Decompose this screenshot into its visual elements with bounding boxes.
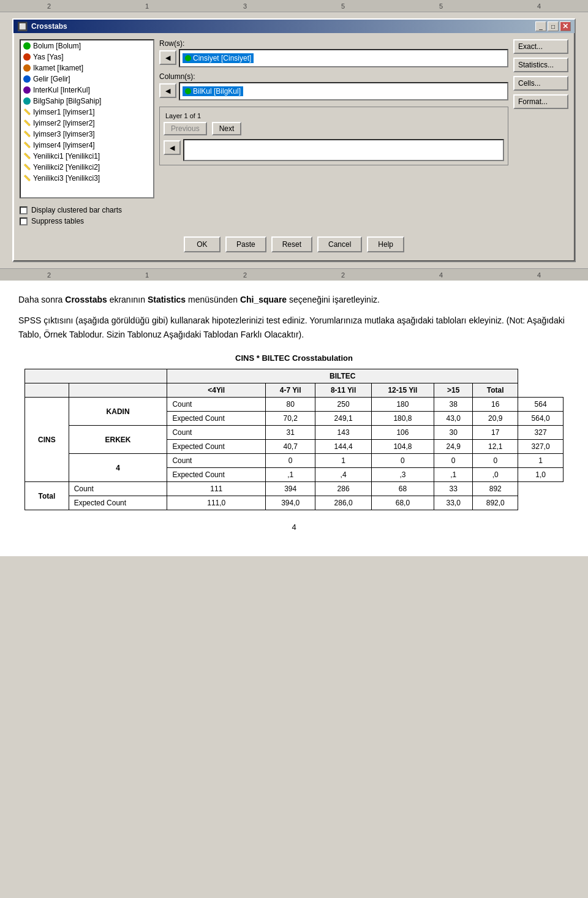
rows-arrow-button[interactable]: ◀ [159, 50, 176, 65]
erkek-exp-1: 40,7 [266, 440, 315, 454]
header-col-4: 12-15 Yil [371, 383, 434, 398]
ruler-mark-5: 5 [439, 2, 443, 10]
dialog-area: 🔲 Crosstabs _ □ ✕ Bolum [Bolum]Yas [Yas]… [0, 12, 588, 268]
var-item-12[interactable]: 📏Yenilikci3 [Yenilikci3] [21, 173, 153, 184]
paragraph-2: SPSS çıktısını (aşağıda görüldüğü gibi) … [18, 314, 570, 341]
ruler-mark-1: 2 [47, 2, 51, 10]
kadin-exp-1: 70,2 [266, 412, 315, 426]
header-empty1 [25, 383, 69, 398]
dialog-main: Bolum [Bolum]Yas [Yas]Ikamet [Ikamet]Gel… [20, 39, 568, 198]
statistics-button[interactable]: Statistics... [513, 58, 568, 72]
total-label: Total [25, 482, 69, 510]
var-item-8[interactable]: 📏Iyimser3 [Iyimser3] [21, 129, 153, 140]
layer-arrow-button[interactable]: ◀ [164, 140, 181, 155]
total-exp-5: 33,0 [434, 496, 472, 510]
table-section: CINS * BILTEC Crosstabulation BILTEC <4Y… [18, 353, 570, 510]
rows-input[interactable]: Cinsiyet [Cinsiyet] [179, 49, 508, 67]
var-item-10[interactable]: 📏Yenilikci1 [Yenilikci1] [21, 151, 153, 162]
four-count-3: 0 [371, 454, 434, 468]
ruler-bottom-mark-4: 2 [341, 271, 345, 279]
var-icon-ruler: 📏 [23, 141, 31, 149]
total-exp-1: 111,0 [167, 496, 266, 510]
var-item-label: BilgSahip [BilgSahip] [33, 97, 101, 105]
four-count-label: Count [167, 454, 266, 468]
title-bar: 🔲 Crosstabs _ □ ✕ [13, 20, 575, 33]
app-icon: 🔲 [17, 21, 28, 31]
crosstabs-dialog: 🔲 Crosstabs _ □ ✕ Bolum [Bolum]Yas [Yas]… [12, 18, 576, 262]
display-clustered-label: Display clustered bar charts [31, 206, 122, 214]
exact-button[interactable]: Exact... [513, 39, 568, 54]
ruler-top: 2 1 3 5 5 4 [0, 0, 588, 12]
empty-header [25, 369, 167, 383]
total-exp-2: 394,0 [266, 496, 315, 510]
columns-input[interactable]: BilKul [BilgKul] [179, 82, 508, 100]
total-exp-3: 286,0 [315, 496, 372, 510]
var-item-9[interactable]: 📏Iyimser4 [Iyimser4] [21, 140, 153, 151]
window-body: Bolum [Bolum]Yas [Yas]Ikamet [Ikamet]Gel… [13, 33, 575, 261]
var-icon-ruler: 📏 [23, 164, 31, 171]
total-exp-total: 892,0 [473, 496, 518, 510]
ruler-mark-3: 3 [243, 2, 247, 10]
paste-button[interactable]: Paste [225, 236, 266, 252]
var-item-label: Bolum [Bolum] [33, 42, 81, 50]
var-item-4[interactable]: InterKul [InterKul] [21, 85, 153, 96]
cancel-button[interactable]: Cancel [317, 236, 362, 252]
var-icon-circle [23, 42, 31, 50]
dialog-right-buttons: Exact... Statistics... Cells... Format..… [513, 39, 568, 198]
cells-button[interactable]: Cells... [513, 76, 568, 91]
var-item-1[interactable]: Yas [Yas] [21, 51, 153, 62]
format-button[interactable]: Format... [513, 94, 568, 109]
rows-selected-item: Cinsiyet [Cinsiyet] [183, 53, 254, 63]
header-col-1: <4Yil [167, 383, 266, 398]
bold-crosstabs: Crosstabs [65, 295, 107, 304]
header-col-2: 4-7 Yil [266, 383, 315, 398]
erkek-count-5: 17 [473, 426, 518, 440]
kadin-exp-3: 180,8 [371, 412, 434, 426]
var-item-5[interactable]: BilgSahip [BilgSahip] [21, 96, 153, 107]
close-button[interactable]: ✕ [560, 21, 571, 31]
total-count-total: 892 [473, 482, 518, 496]
var-item-7[interactable]: 📏Iyimser2 [Iyimser2] [21, 118, 153, 129]
ruler-bottom-mark-5: 4 [439, 271, 443, 279]
minimize-button[interactable]: _ [535, 21, 546, 31]
erkek-exp-3: 104,8 [371, 440, 434, 454]
var-item-label: Yas [Yas] [33, 53, 64, 61]
ok-button[interactable]: OK [184, 236, 221, 252]
var-item-0[interactable]: Bolum [Bolum] [21, 40, 153, 51]
page-number: 4 [18, 523, 570, 544]
var-item-6[interactable]: 📏Iyimser1 [Iyimser1] [21, 107, 153, 118]
variable-list[interactable]: Bolum [Bolum]Yas [Yas]Ikamet [Ikamet]Gel… [20, 39, 154, 198]
four-exp-3: ,3 [371, 468, 434, 482]
total-count-5: 33 [434, 482, 472, 496]
var-item-label: Iyimser2 [Iyimser2] [33, 119, 95, 127]
var-icon-ruler: 📏 [23, 119, 31, 127]
next-button[interactable]: Next [212, 122, 242, 135]
maximize-button[interactable]: □ [548, 21, 559, 31]
kadin-count-label: Count [167, 398, 266, 412]
erkek-exp-total: 327,0 [518, 440, 564, 454]
total-count-1: 111 [167, 482, 266, 496]
layer-input[interactable] [183, 139, 504, 161]
var-item-2[interactable]: Ikamet [Ikamet] [21, 62, 153, 74]
suppress-tables-label: Suppress tables [31, 217, 84, 225]
dialog-middle: Row(s): ◀ Cinsiyet [Cinsiyet] [159, 39, 508, 198]
help-button[interactable]: Help [367, 236, 404, 252]
ruler-mark-2: 1 [145, 2, 149, 10]
ruler-mark-4: 5 [341, 2, 345, 10]
var-item-label: Gelir [Gelir] [33, 75, 70, 83]
rows-selected-label: Cinsiyet [Cinsiyet] [193, 54, 251, 62]
layer-title: Layer 1 of 1 [164, 112, 203, 119]
var-item-11[interactable]: 📏Yenilikci2 [Yenilikci2] [21, 162, 153, 173]
reset-button[interactable]: Reset [271, 236, 312, 252]
var-item-3[interactable]: Gelir [Gelir] [21, 74, 153, 85]
kadin-count-4: 38 [434, 398, 472, 412]
four-exp-5: ,0 [473, 468, 518, 482]
columns-arrow-button[interactable]: ◀ [159, 83, 176, 98]
kadin-count-total: 564 [518, 398, 564, 412]
display-clustered-checkbox[interactable] [20, 206, 28, 214]
kadin-exp-2: 249,1 [315, 412, 372, 426]
kadin-exp-4: 43,0 [434, 412, 472, 426]
var-item-label: InterKul [InterKul] [33, 86, 90, 94]
previous-button[interactable]: Previous [164, 122, 207, 135]
suppress-tables-checkbox[interactable] [20, 217, 28, 225]
